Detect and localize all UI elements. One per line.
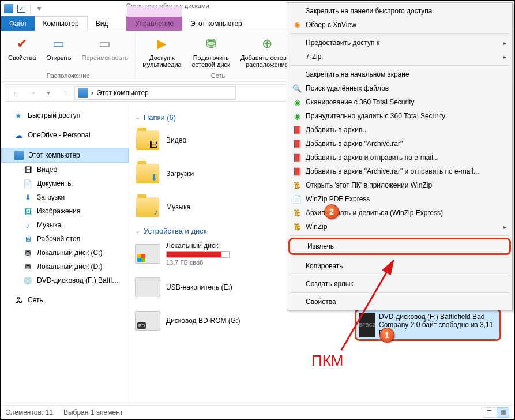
nav-fwd-icon[interactable]: → [26, 87, 39, 99]
download-icon: ⬇ [23, 193, 32, 202]
ribbon-open[interactable]: ▭Открыть [44, 33, 73, 71]
ribbon-group-label: Сеть [211, 72, 225, 79]
star-icon: ★ [14, 111, 23, 120]
tab-computer[interactable]: Компьютер [35, 16, 88, 31]
winzip-icon: 🗜 [292, 222, 302, 232]
breadcrumb-label: Этот компьютер [97, 89, 149, 97]
ctx-find-deleted[interactable]: 🔍Поиск удалённых файлов [288, 81, 511, 95]
pc-icon [78, 88, 88, 97]
ctx-pin-quickaccess[interactable]: Закрепить на панели быстрого доступа [288, 4, 511, 18]
ctx-rar-email2[interactable]: 📕Добавить в архив "Archive.rar" и отправ… [288, 164, 511, 178]
ribbon-media[interactable]: ▶Доступ к мультимедиа [140, 33, 184, 71]
document-icon: 📄 [23, 179, 32, 188]
sidebar-dvd[interactable]: 💿DVD-дисковод (F:) Battlefield Bad Compa… [1, 273, 129, 287]
view-icons-icon[interactable]: ▦ [497, 407, 509, 418]
qat-dropdown-icon[interactable]: ▾ [34, 3, 44, 14]
nav-back-icon[interactable]: ← [10, 87, 22, 99]
netdrive-icon: ⛃ [202, 35, 220, 53]
sidebar-downloads[interactable]: ⬇Загрузки [1, 190, 129, 204]
annotation-arrow [318, 249, 411, 353]
winrar-icon: 📕 [292, 166, 302, 177]
ctx-xnview[interactable]: ✺Обзор с XnView [288, 18, 511, 32]
window-title: Этот компьютер [182, 16, 250, 31]
ctx-winzip[interactable]: 🗜WinZip [288, 220, 511, 234]
system-icon[interactable] [3, 3, 14, 14]
open-icon: ▭ [50, 35, 68, 53]
search-icon: 🔍 [292, 83, 302, 93]
winrar-icon: 📕 [292, 138, 302, 149]
ctx-winzip-pdf[interactable]: 📄WinZip PDF Express [288, 192, 511, 206]
sidebar-ddrive[interactable]: ⛃Локальный диск (D:) [1, 260, 129, 273]
music-icon: ♪ [23, 220, 32, 230]
media-icon: ▶ [153, 35, 171, 53]
shield-icon: ◉ [292, 97, 302, 107]
annotation-badge-2: 2 [324, 204, 339, 219]
addnet-icon: ⊕ [258, 35, 276, 53]
windows-icon [137, 254, 145, 262]
ctx-share[interactable]: Предоставить доступ к [288, 36, 511, 50]
winrar-icon: 📕 [292, 125, 302, 135]
tab-manage[interactable]: Управление [126, 16, 182, 31]
winzip-icon: 🗜 [292, 208, 302, 218]
qat-checkbox[interactable]: ✓ [16, 3, 27, 14]
drive-icon: ⛃ [23, 248, 32, 257]
sidebar-quickaccess[interactable]: ★Быстрый доступ [1, 108, 129, 122]
pictures-icon: 🖼 [23, 207, 32, 216]
tab-view[interactable]: Вид [88, 16, 116, 31]
sidebar-docs[interactable]: 📄Документы [1, 177, 129, 190]
ctx-winzip-open[interactable]: 🗜Открыть 'этот ПК' в приложении WinZip [288, 178, 511, 192]
annotation-label: ПКМ [311, 352, 344, 370]
status-bar: Элементов: 11 Выбран 1 элемент ☰ ▦ [1, 405, 514, 419]
winzip-icon: 🗜 [292, 180, 302, 190]
chevron-down-icon[interactable]: ▾ [42, 87, 55, 99]
disc-icon: 💿 [23, 276, 32, 285]
ctx-rar-email[interactable]: 📕Добавить в архив и отправить по e-mail.… [288, 151, 511, 164]
sidebar-cdrive[interactable]: ⛃Локальный диск (C:) [1, 246, 129, 260]
ribbon-rename[interactable]: ▭Переименовать [80, 33, 131, 71]
ctx-scan-360[interactable]: ◉Сканирование с 360 Total Security [288, 95, 511, 109]
status-count: Элементов: 11 [6, 408, 53, 417]
ctx-rar-addname[interactable]: 📕Добавить в архив "Archive.rar" [288, 137, 511, 151]
breadcrumb[interactable]: › Этот компьютер [74, 86, 236, 100]
sidebar-onedrive[interactable]: ☁OneDrive - Personal [1, 128, 129, 142]
shield-icon: ◉ [292, 111, 302, 121]
sidebar-pictures[interactable]: 🖼Изображения [1, 204, 129, 218]
ribbon-map-drive[interactable]: ⛃Подключить сетевой диск [190, 33, 232, 71]
pdf-icon: 📄 [292, 194, 302, 204]
sidebar-music[interactable]: ♪Музыка [1, 218, 129, 232]
sidebar-network[interactable]: 🖧Сеть [1, 293, 129, 307]
ctx-winzip-express[interactable]: 🗜Архивировать и делиться (WinZip Express… [288, 206, 511, 220]
rename-icon: ▭ [96, 35, 114, 53]
network-icon: 🖧 [14, 295, 23, 305]
xnview-icon: ✺ [292, 20, 302, 30]
pc-icon [14, 151, 24, 160]
checkmark-icon: ✔ [13, 35, 31, 53]
ctx-pin-start[interactable]: Закрепить на начальном экране [288, 68, 511, 81]
drive-icon: ⛃ [23, 262, 32, 271]
ribbon-group-location: ✔Свойства ▭Открыть ▭Переименовать Распол… [1, 31, 136, 81]
nav-up-icon[interactable]: ↑ [58, 87, 71, 99]
ctx-7zip[interactable]: 7-Zip [288, 50, 511, 63]
ctx-forcedelete-360[interactable]: ◉Принудительно удалить с 360 Total Secur… [288, 109, 511, 123]
ctx-rar-add[interactable]: 📕Добавить в архив... [288, 123, 511, 137]
sidebar-desktop[interactable]: 🖥Рабочий стол [1, 232, 129, 246]
desktop-icon: 🖥 [23, 234, 32, 243]
sidebar-video[interactable]: 🎞Видео [1, 163, 129, 177]
video-icon: 🎞 [23, 165, 32, 174]
ribbon-group-network: ▶Доступ к мультимедиа ⛃Подключить сетево… [136, 31, 301, 81]
view-details-icon[interactable]: ☰ [483, 407, 495, 418]
tab-file[interactable]: Файл [1, 16, 35, 31]
ribbon-group-label: Расположение [47, 72, 90, 79]
nav-pane: ★Быстрый доступ ☁OneDrive - Personal Это… [1, 104, 129, 405]
winrar-icon: 📕 [292, 152, 302, 163]
ribbon-properties[interactable]: ✔Свойства [6, 33, 38, 71]
sidebar-thispc[interactable]: Этот компьютер [1, 148, 129, 163]
annotation-badge-1: 1 [379, 328, 394, 343]
status-selected: Выбран 1 элемент [63, 408, 123, 417]
cloud-icon: ☁ [14, 130, 23, 140]
